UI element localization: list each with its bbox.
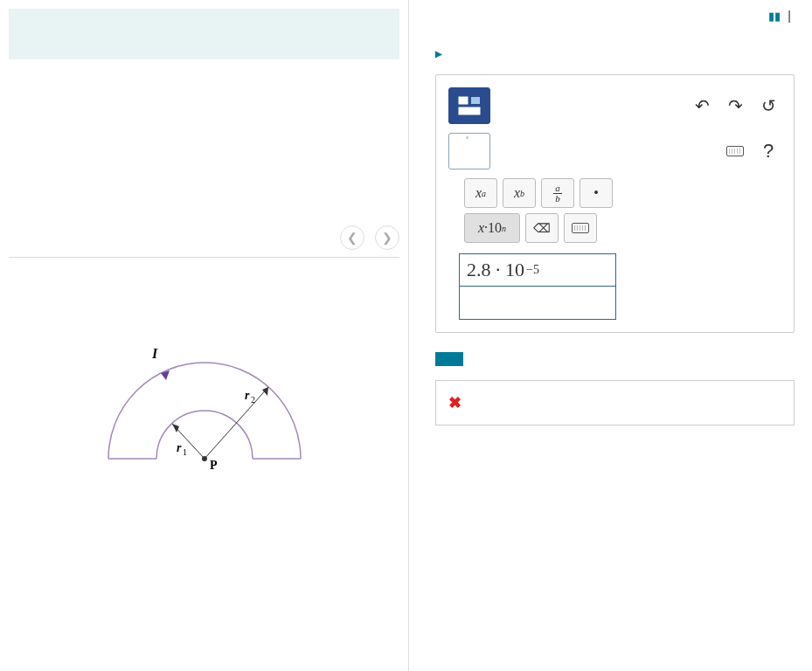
figure-prev-button[interactable]: ❮ (340, 225, 364, 250)
svg-text:P: P (210, 459, 218, 472)
svg-text:r: r (245, 389, 250, 402)
units-button[interactable]: ° (448, 133, 490, 169)
feedback-box: ✖ (435, 380, 795, 425)
undo-button[interactable]: ↶ (689, 93, 715, 119)
dot-button[interactable]: • (580, 178, 613, 208)
svg-marker-6 (262, 387, 268, 396)
scientific-notation-button[interactable]: x·10n (464, 213, 520, 243)
figure-nav: ❮ ❯ (340, 225, 399, 250)
incorrect-icon: ✖ (448, 393, 462, 412)
math-toolbar-2: x·10n ⌫ (464, 213, 781, 243)
unit-input[interactable] (459, 287, 616, 320)
top-links: ▮▮ | (435, 9, 795, 23)
value-input[interactable]: 2.8 · 10−5 (459, 253, 616, 287)
submit-row (435, 352, 795, 366)
toolbar-row-1: ↶ ↷ ↺ (448, 87, 781, 124)
input-stack: 2.8 · 10−5 (459, 253, 616, 320)
answer-input-row: 2.8 · 10−5 (452, 253, 781, 320)
keyboard-shortcuts-button[interactable] (564, 213, 597, 243)
value-units-template-button[interactable] (448, 87, 490, 124)
math-toolbar: xa xb ab • (464, 178, 781, 208)
figure-header: ❮ ❯ (9, 225, 399, 258)
svg-text:r: r (177, 441, 182, 454)
svg-text:2: 2 (251, 395, 255, 405)
figure-next-button[interactable]: ❯ (375, 225, 399, 250)
view-hints-toggle[interactable] (435, 49, 795, 59)
svg-line-4 (205, 387, 268, 459)
fraction-button[interactable]: ab (541, 178, 574, 208)
svg-marker-5 (172, 424, 179, 432)
keyboard-button[interactable] (722, 138, 748, 164)
toolbar-row-2: ° ? (448, 133, 781, 169)
subscript-button[interactable]: xb (503, 178, 536, 208)
svg-rect-14 (459, 97, 468, 104)
left-panel: ❮ ❯ (0, 0, 409, 671)
svg-point-7 (202, 456, 207, 461)
submit-button[interactable] (435, 352, 463, 366)
superscript-button[interactable]: xa (464, 178, 497, 208)
svg-text:I: I (151, 346, 158, 361)
help-button[interactable]: ? (755, 138, 781, 164)
reset-button[interactable]: ↺ (755, 93, 781, 119)
figure-image: I r 1 r 2 P (9, 310, 399, 488)
review-hints-box (9, 9, 399, 59)
backspace-button[interactable]: ⌫ (525, 213, 559, 243)
answer-panel: ↶ ↷ ↺ ° ? xa xb ab • (435, 74, 795, 333)
redo-button[interactable]: ↷ (722, 93, 748, 119)
svg-rect-15 (459, 107, 480, 114)
svg-rect-16 (471, 97, 480, 104)
link-separator: | (788, 9, 791, 23)
right-panel: ▮▮ | ↶ ↷ ↺ ° (409, 0, 812, 671)
book-icon: ▮▮ (768, 10, 781, 23)
svg-text:1: 1 (183, 447, 187, 457)
